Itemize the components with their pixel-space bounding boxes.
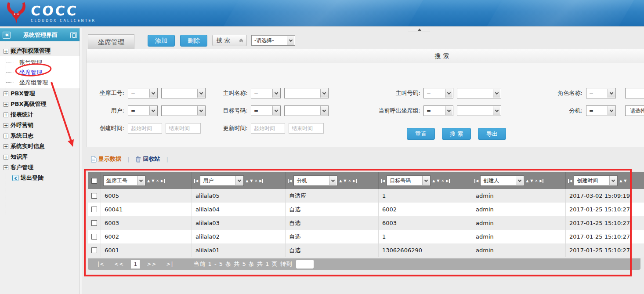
current-page-box[interactable]: 1 <box>131 260 140 269</box>
value-select-target-number[interactable] <box>284 105 329 116</box>
sort-desc-icon[interactable]: ▼ <box>152 179 154 183</box>
row-checkbox[interactable] <box>91 207 97 212</box>
remove-column-icon[interactable]: ✕ <box>156 179 159 183</box>
quick-filter-select[interactable]: -请选择- <box>251 35 295 46</box>
next-page-button[interactable]: >> <box>147 261 156 267</box>
remove-column-icon[interactable]: ✕ <box>348 179 351 183</box>
remove-column-icon[interactable]: ✕ <box>535 179 538 183</box>
operator-select-user[interactable]: = <box>128 105 158 116</box>
updated-end-input[interactable] <box>289 123 324 134</box>
show-data-link[interactable]: 显示数据 <box>91 155 121 163</box>
value-select-outbound-group[interactable] <box>457 105 501 116</box>
sort-asc-icon[interactable]: ▲ <box>339 179 342 183</box>
sidebar-item-realtime-info[interactable]: 系统实时信息 <box>0 141 80 152</box>
row-checkbox[interactable] <box>91 234 97 240</box>
sort-desc-icon[interactable]: ▼ <box>250 179 253 183</box>
value-select-extension[interactable]: -请选择- <box>625 105 644 116</box>
move-column-left-icon[interactable]: ◀ <box>288 179 292 183</box>
operator-select-role-name[interactable]: = <box>586 88 616 98</box>
column-select[interactable]: 坐席工号 <box>103 175 145 186</box>
search-panel-toggle-button[interactable]: 搜 索 <box>212 35 247 46</box>
sidebar-item-agent-mgmt[interactable]: 坐席管理 <box>0 67 80 77</box>
sidebar-item-customer-mgmt[interactable]: 客户管理 <box>0 162 80 173</box>
value-select-role-name[interactable] <box>625 88 644 98</box>
tab-agent-management[interactable]: 坐席管理 <box>88 34 134 49</box>
remove-column-icon[interactable]: ✕ <box>441 179 444 183</box>
value-select-caller-name[interactable] <box>284 88 329 98</box>
move-column-left-icon[interactable]: ◀ <box>474 179 478 183</box>
column-select[interactable]: 目标号码 <box>387 175 431 186</box>
sidebar-collapse-button[interactable] <box>3 32 11 39</box>
operator-select-agent-id[interactable]: = <box>128 88 158 98</box>
table-row[interactable]: 6001 alilala01 自选 13062606290 admin 2017… <box>88 243 644 257</box>
sort-desc-icon[interactable]: ▼ <box>624 179 626 183</box>
select-all-checkbox[interactable] <box>91 178 97 184</box>
sidebar-splitter[interactable] <box>80 28 82 294</box>
tree-expand-icon[interactable] <box>4 155 8 160</box>
sort-desc-icon[interactable]: ▼ <box>437 179 439 183</box>
export-button[interactable]: 导出 <box>478 128 506 140</box>
row-checkbox[interactable] <box>91 247 97 253</box>
move-column-right-icon[interactable]: ▶ <box>539 179 543 183</box>
column-select[interactable]: 用户 <box>200 175 244 186</box>
sidebar-item-logout[interactable]: 退出登陆 <box>0 173 80 183</box>
move-column-left-icon[interactable]: ◀ <box>381 179 385 183</box>
created-start-input[interactable] <box>128 123 162 134</box>
table-row[interactable]: 60041 alilala04 自选 6002 admin 2017-01-25… <box>88 203 644 216</box>
delete-button[interactable]: 删除 <box>180 35 207 47</box>
pin-icon[interactable] <box>70 32 77 38</box>
value-select-caller-number[interactable] <box>457 88 501 98</box>
sort-asc-icon[interactable]: ▲ <box>526 179 528 183</box>
sidebar-item-knowledge-base[interactable]: 知识库 <box>0 152 80 162</box>
sidebar-item-pbx[interactable]: PBX管理 <box>0 88 80 99</box>
operator-select-caller-number[interactable]: = <box>423 88 453 98</box>
operator-select-extension[interactable]: = <box>586 105 616 116</box>
operator-select-caller-name[interactable]: = <box>251 88 281 98</box>
tree-expand-icon[interactable] <box>4 134 8 138</box>
tree-expand-icon[interactable] <box>4 113 8 117</box>
updated-start-input[interactable] <box>251 123 285 134</box>
sort-asc-icon[interactable]: ▲ <box>246 179 248 183</box>
add-button[interactable]: 添加 <box>148 35 175 47</box>
reset-button[interactable]: 重置 <box>407 128 435 140</box>
move-column-right-icon[interactable]: ▶ <box>259 179 263 183</box>
goto-page-input[interactable] <box>296 260 314 269</box>
tree-expand-icon[interactable] <box>4 144 8 149</box>
sidebar-item-outbound[interactable]: 外呼营销 <box>0 120 80 131</box>
column-select[interactable]: 创建时间 <box>574 175 618 186</box>
tree-expand-icon[interactable] <box>4 49 8 54</box>
sidebar-item-account-mgmt[interactable]: 账号管理 <box>0 57 80 67</box>
row-checkbox[interactable] <box>91 193 97 199</box>
sidebar-item-system-log[interactable]: 系统日志 <box>0 131 80 141</box>
move-column-right-icon[interactable]: ▶ <box>446 179 450 183</box>
remove-column-icon[interactable]: ✕ <box>254 179 257 183</box>
sidebar-item-account-permission[interactable]: 账户和权限管理 <box>0 46 80 56</box>
operator-select-target-number[interactable]: = <box>251 105 281 116</box>
table-row[interactable]: 6005 alilala05 自适应 1 admin 2017-03-02 15… <box>88 189 644 203</box>
sidebar-item-reports[interactable]: 报表统计 <box>0 109 80 120</box>
table-row[interactable]: 6002 alilala02 自选 1 admin 2017-01-25 15:… <box>88 230 644 243</box>
sort-desc-icon[interactable]: ▼ <box>344 179 346 183</box>
header-collapse-handle[interactable] <box>408 27 430 32</box>
sort-asc-icon[interactable]: ▲ <box>147 179 150 183</box>
recycle-bin-link[interactable]: 回收站 <box>135 155 160 163</box>
row-checkbox[interactable] <box>91 220 97 226</box>
prev-page-button[interactable]: << <box>114 261 124 267</box>
tree-expand-icon[interactable] <box>4 102 8 107</box>
sort-asc-icon[interactable]: ▲ <box>432 179 435 183</box>
column-select[interactable]: 分机 <box>293 175 337 186</box>
move-column-right-icon[interactable]: ▶ <box>353 179 357 183</box>
last-page-button[interactable]: >| <box>166 261 173 267</box>
table-row[interactable]: 6003 alilala03 自选 6003 admin 2017-01-25 … <box>88 216 644 230</box>
sort-asc-icon[interactable]: ▲ <box>619 179 622 183</box>
move-column-left-icon[interactable]: ◀ <box>194 179 198 183</box>
sidebar-item-pbx-advanced[interactable]: PBX高级管理 <box>0 99 80 109</box>
column-select[interactable]: 创建人 <box>480 175 524 186</box>
sort-desc-icon[interactable]: ▼ <box>530 179 533 183</box>
tree-expand-icon[interactable] <box>4 123 8 128</box>
first-page-button[interactable]: |< <box>98 261 105 267</box>
operator-select-outbound-group[interactable]: = <box>423 105 453 116</box>
sidebar-item-agent-group-mgmt[interactable]: 坐席组管理 <box>0 77 80 87</box>
move-column-right-icon[interactable]: ▶ <box>161 179 165 183</box>
tree-expand-icon[interactable] <box>4 91 8 96</box>
